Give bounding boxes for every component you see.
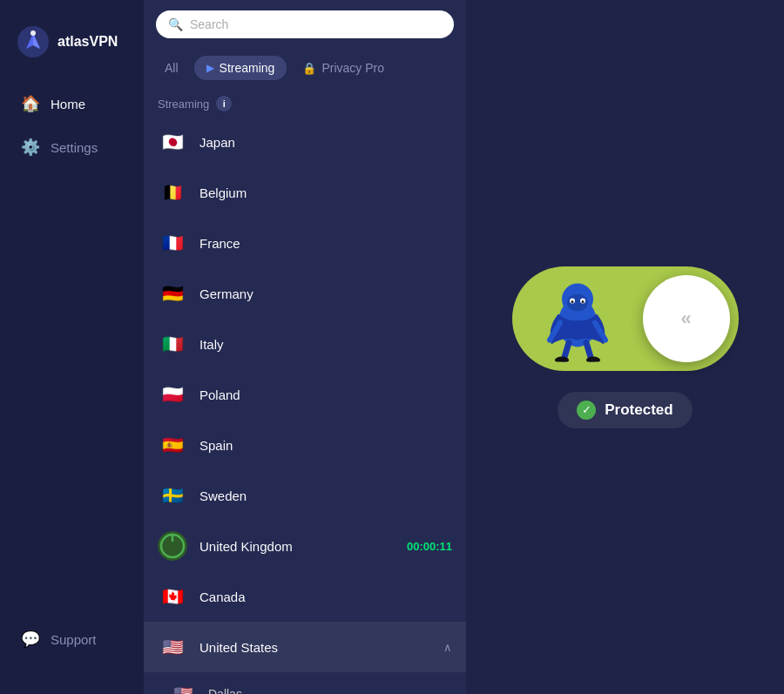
tab-streaming-label: Streaming [220,61,275,75]
filter-tabs: All ▶ Streaming 🔒 Privacy Pro [144,49,466,89]
main-content: 🔍 All ▶ Streaming 🔒 Privacy Pro Streamin… [144,0,784,694]
sidebar-item-support[interactable]: 💬 Support [9,619,135,659]
flag-germany: 🇩🇪 [158,279,187,308]
country-item-italy[interactable]: 🇮🇹 Italy [144,319,466,369]
country-list: 🇯🇵 Japan 🇧🇪 Belgium 🇫🇷 France 🇩🇪 Germany [144,117,466,694]
country-item-canada[interactable]: 🇨🇦 Canada [144,571,466,622]
flag-uk [158,531,187,561]
country-item-france[interactable]: 🇫🇷 France [144,218,466,268]
vpn-mascot [534,266,621,361]
tab-privacy-label: Privacy Pro [321,61,384,75]
country-name-poland: Poland [199,387,452,402]
country-name-us: United States [199,640,431,655]
protected-check-icon: ✓ [577,401,596,420]
sidebar-bottom: 💬 Support [0,619,144,677]
sidebar-item-settings[interactable]: ⚙️ Settings [9,127,135,167]
country-name-canada: Canada [199,590,452,604]
chevron-double-icon: « [680,307,691,330]
protected-badge: ✓ Protected [558,392,692,428]
svg-point-11 [581,300,584,303]
lock-icon: 🔒 [302,62,316,75]
city-item-dallas[interactable]: 🇺🇸 Dallas [144,672,466,694]
search-container: 🔍 [144,0,466,49]
right-panel: « ✓ Protected [466,0,784,694]
flag-italy: 🇮🇹 [158,329,187,359]
flag-sweden: 🇸🇪 [158,481,187,510]
search-wrapper[interactable]: 🔍 [156,10,454,38]
country-item-us[interactable]: 🇺🇸 United States ∧ [144,622,466,672]
country-item-spain[interactable]: 🇪🇸 Spain [144,420,466,470]
tab-streaming[interactable]: ▶ Streaming [194,56,287,80]
chevron-up-icon: ∧ [443,641,452,654]
sidebar-support-label: Support [51,632,97,647]
vpn-toggle[interactable]: « [512,266,739,371]
svg-point-7 [567,293,588,311]
sidebar: atlasVPN 🏠 Home ⚙️ Settings 💬 Support [0,0,144,694]
tab-privacy-pro[interactable]: 🔒 Privacy Pro [294,56,393,80]
sidebar-nav: 🏠 Home ⚙️ Settings [0,84,144,619]
country-name-belgium: Belgium [199,185,452,200]
search-input[interactable] [190,17,442,31]
atlas-logo-icon [17,26,49,57]
country-name-france: France [199,236,452,251]
country-item-sweden[interactable]: 🇸🇪 Sweden [144,470,466,521]
left-panel: 🔍 All ▶ Streaming 🔒 Privacy Pro Streamin… [144,0,466,694]
search-icon: 🔍 [168,17,183,31]
sidebar-item-settings-label: Settings [51,140,98,155]
country-name-italy: Italy [199,337,452,352]
protected-label: Protected [605,401,672,419]
flag-us: 🇺🇸 [158,632,187,662]
svg-point-10 [571,300,573,303]
country-timer-uk: 00:00:11 [407,540,452,553]
flag-belgium: 🇧🇪 [158,178,187,207]
info-icon[interactable]: i [216,96,232,111]
flag-canada: 🇨🇦 [158,582,187,611]
country-item-uk[interactable]: United Kingdom 00:00:11 [144,521,466,571]
city-name-dallas: Dallas [208,687,242,694]
section-header: Streaming i [144,89,466,117]
vpn-toggle-container: « ✓ Protected [512,266,739,428]
section-header-label: Streaming [158,98,209,111]
flag-poland: 🇵🇱 [158,380,187,409]
logo-text: atlasVPN [57,34,118,50]
flag-france: 🇫🇷 [158,228,187,258]
flag-dallas: 🇺🇸 [170,681,196,694]
home-icon: 🏠 [21,94,40,113]
country-name-germany: Germany [199,286,452,301]
sidebar-item-home-label: Home [51,97,85,111]
country-item-poland[interactable]: 🇵🇱 Poland [144,369,466,420]
country-name-spain: Spain [199,438,452,453]
country-name-japan: Japan [199,135,452,150]
svg-point-1 [30,30,36,36]
flag-japan: 🇯🇵 [158,127,187,157]
sidebar-logo[interactable]: atlasVPN [0,17,144,84]
flag-spain: 🇪🇸 [158,430,187,460]
country-name-uk: United Kingdom [199,539,395,554]
support-icon: 💬 [21,630,40,649]
country-item-germany[interactable]: 🇩🇪 Germany [144,268,466,319]
country-item-japan[interactable]: 🇯🇵 Japan [144,117,466,167]
tab-all[interactable]: All [156,56,187,80]
country-name-sweden: Sweden [199,488,452,503]
sidebar-item-home[interactable]: 🏠 Home [9,84,135,124]
country-item-belgium[interactable]: 🇧🇪 Belgium [144,167,466,218]
settings-icon: ⚙️ [21,138,40,157]
play-icon: ▶ [206,62,214,74]
toggle-knob[interactable]: « [643,275,730,362]
